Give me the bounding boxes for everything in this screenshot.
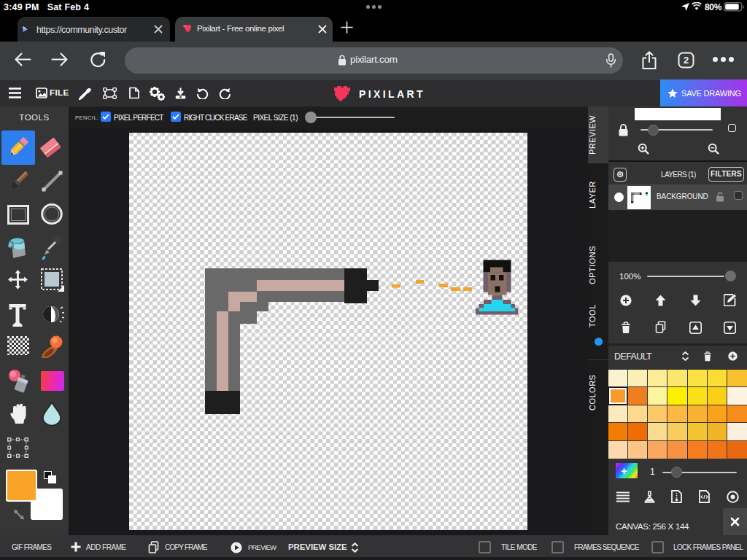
svg-text:2: 2 bbox=[684, 55, 689, 66]
